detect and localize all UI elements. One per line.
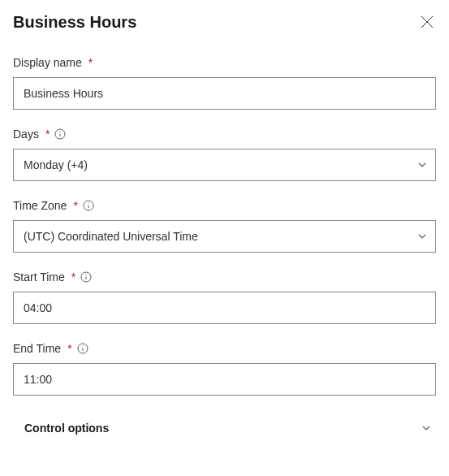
start-time-label: Start Time * — [13, 270, 436, 283]
chevron-down-icon — [417, 232, 427, 241]
time-zone-label: Time Zone * — [13, 199, 436, 212]
label-text: Time Zone — [13, 199, 67, 212]
time-zone-value: (UTC) Coordinated Universal Time — [24, 230, 417, 243]
close-icon — [420, 15, 434, 32]
control-options-accordion[interactable]: Control options — [13, 413, 436, 443]
chevron-down-icon — [417, 160, 427, 170]
start-time-input[interactable] — [13, 292, 436, 324]
close-button[interactable] — [418, 13, 436, 33]
display-name-label: Display name * — [13, 56, 436, 69]
info-icon[interactable] — [83, 200, 94, 211]
label-text: Display name — [13, 56, 82, 69]
days-label: Days * — [13, 128, 436, 141]
info-icon[interactable] — [54, 128, 66, 140]
end-time-label: End Time * — [13, 342, 436, 355]
label-text: End Time — [13, 342, 61, 355]
label-text: Start Time — [13, 270, 65, 283]
time-zone-select[interactable]: (UTC) Coordinated Universal Time — [13, 220, 436, 253]
required-mark: * — [71, 270, 76, 283]
info-icon[interactable] — [77, 343, 89, 354]
chevron-down-icon — [421, 423, 431, 433]
field-days: Days * Monday (+4) — [13, 128, 436, 181]
required-mark: * — [45, 128, 50, 141]
info-icon[interactable] — [80, 271, 92, 283]
label-text: Days — [13, 128, 39, 141]
required-mark: * — [73, 199, 77, 212]
control-options-title: Control options — [24, 422, 109, 435]
panel-title: Business Hours — [13, 13, 136, 32]
required-mark: * — [67, 342, 71, 355]
days-select[interactable]: Monday (+4) — [13, 149, 436, 181]
field-display-name: Display name * — [13, 56, 436, 110]
end-time-input[interactable] — [13, 363, 436, 396]
svg-point-4 — [60, 131, 61, 132]
field-start-time: Start Time * — [13, 270, 436, 324]
required-mark: * — [89, 56, 93, 69]
days-value: Monday (+4) — [24, 158, 417, 171]
field-end-time: End Time * — [13, 342, 436, 396]
svg-point-10 — [86, 274, 87, 275]
svg-point-13 — [82, 345, 83, 346]
svg-point-7 — [88, 202, 89, 203]
display-name-input[interactable] — [13, 77, 436, 110]
field-time-zone: Time Zone * (UTC) Coordinated Universal … — [13, 199, 436, 253]
